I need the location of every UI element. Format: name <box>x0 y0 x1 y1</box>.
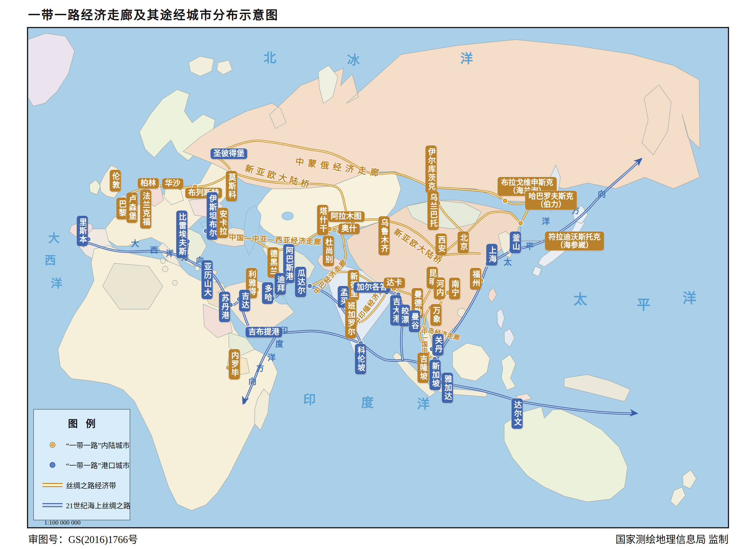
ocean-name-char: 洋 <box>683 287 696 307</box>
ocean-name-char: 冰 <box>347 50 360 68</box>
city-label: 皎漂 <box>399 305 410 326</box>
direction-char: 方 <box>256 362 264 373</box>
city-label: 伊斯坦布尔 <box>206 192 218 240</box>
direction-char: 洋 <box>166 247 174 259</box>
legend: 图例 “一带一路”内陆城市“一带一路”港口城市丝绸之路经济带21世纪海上丝绸之路… <box>33 409 130 520</box>
direction-char: 度 <box>275 338 283 349</box>
ocean-name-char: 度 <box>361 392 374 411</box>
scale-bar: 1:100 000 000 010002000（km） <box>44 519 130 528</box>
ocean-name-char: 西 <box>44 251 56 268</box>
map-frame: 北冰洋大西洋太平洋印度洋 太平洋方向大西洋方向印度洋方向 中蒙俄经济走廊新亚欧大… <box>27 27 729 528</box>
city-label: 法兰克福 <box>140 190 151 229</box>
city-label: 班加罗尔 <box>345 299 356 338</box>
direction-char: 平 <box>526 240 534 252</box>
legend-item: “一带一路”港口城市 <box>41 460 130 470</box>
ocean-name-char: 洋 <box>417 394 430 412</box>
city-label: 吉达 <box>239 290 250 312</box>
port-city-swatch <box>50 462 55 468</box>
city-label: 南宁 <box>449 278 460 299</box>
city-dot <box>518 220 523 226</box>
city-label: 安卡拉 <box>217 208 228 238</box>
city-label: 瓜达尔 <box>295 267 306 297</box>
ocean-name-char: 印 <box>303 390 316 408</box>
map-canvas <box>28 28 728 527</box>
city-label: 阿拉木图 <box>328 211 365 222</box>
city-label: 上海 <box>486 244 497 266</box>
city-label: 伊尔库茨克 <box>425 145 437 193</box>
legend-item: 21世纪海上丝绸之路 <box>41 500 130 510</box>
city-label: 华沙 <box>162 178 183 189</box>
city-label: 新加坡 <box>429 360 441 390</box>
direction-char: 向 <box>598 188 606 199</box>
city-label: 北京 <box>457 231 469 253</box>
city-label: 比雷埃夫斯 <box>176 211 187 258</box>
legend-title: 图例 <box>34 416 130 430</box>
city-label: 苏丹港 <box>219 292 230 322</box>
city-label: 乌兰巴托 <box>427 191 439 230</box>
ocean-name-char: 太 <box>573 288 587 308</box>
city-label: 奥什 <box>338 223 360 234</box>
direction-char: 大 <box>131 237 139 249</box>
ocean-name-char: 平 <box>637 293 650 314</box>
city-label: 吉布提港 <box>245 327 282 337</box>
direction-char: 洋 <box>268 351 276 363</box>
map-title: 一带一路经济走廊及其途经城市分布示意图 <box>28 5 279 23</box>
inland-city-swatch <box>50 442 55 448</box>
direction-char: 洋 <box>542 215 550 227</box>
legend-item-label: 21世纪海上丝绸之路 <box>66 500 130 510</box>
city-label: 万象 <box>430 304 441 326</box>
city-label: 里斯本 <box>77 216 88 246</box>
corridor-label: 中一国中 <box>420 328 428 354</box>
city-label: 哈巴罗夫斯克（伯力） <box>525 191 577 210</box>
city-label: 釜山 <box>510 231 521 253</box>
city-label: 多哈 <box>262 282 273 304</box>
ocean-name-char: 洋 <box>460 48 473 67</box>
city-label: 卢森堡 <box>126 192 137 223</box>
scale-ratio: 1:100 000 000 <box>44 519 130 526</box>
legend-items: “一带一路”内陆城市“一带一路”港口城市丝绸之路经济带21世纪海上丝绸之路 <box>34 440 130 510</box>
direction-char: 太 <box>504 256 512 267</box>
city-label: 关丹 <box>432 334 443 356</box>
city-label: 吉隆坡 <box>417 353 428 383</box>
city-label: 杜尚别 <box>323 236 334 266</box>
legend-item: “一带一路”内陆城市 <box>41 440 130 450</box>
city-label: 塔什干 <box>317 205 328 235</box>
city-label: 亚历山大 <box>201 260 213 299</box>
city-label: 莫斯科 <box>226 171 237 201</box>
city-label: 曼谷 <box>409 310 420 332</box>
city-label: 内罗毕 <box>229 349 240 379</box>
city-label: 西安 <box>435 233 447 255</box>
city-label: 柏林 <box>138 178 159 188</box>
approval-number: 审图号：GS(2016)1766号 <box>28 531 138 546</box>
silk-road-swatch <box>42 483 63 487</box>
city-dot <box>502 198 508 204</box>
legend-item-label: “一带一路”内陆城市 <box>66 440 130 450</box>
city-label: 迪拜 <box>274 273 286 295</box>
legend-item: 丝绸之路经济带 <box>41 480 130 490</box>
ocean-name-char: 北 <box>264 48 276 66</box>
city-label: 雅加达 <box>442 373 453 403</box>
ocean-name-char: 洋 <box>51 274 62 291</box>
city-label: 圣彼得堡 <box>211 148 247 159</box>
city-label: 巴黎 <box>116 198 127 219</box>
city-label: 达卡 <box>384 277 405 288</box>
direction-char: 西 <box>150 244 158 255</box>
legend-item-label: 丝绸之路经济带 <box>66 480 116 490</box>
city-label: 伦敦 <box>110 170 121 192</box>
city-label: 科伦坡 <box>355 344 366 374</box>
city-label: 河内 <box>434 277 445 299</box>
city-label: 符拉迪沃斯托克（海参崴） <box>545 231 604 250</box>
direction-char: 向 <box>248 375 256 387</box>
legend-item-label: “一带一路”港口城市 <box>66 460 130 470</box>
maritime-road-swatch <box>42 503 63 507</box>
city-label: 福州 <box>470 268 481 290</box>
city-label: 乌鲁木齐 <box>378 216 389 255</box>
publisher: 国家测绘地理信息局 监制 <box>615 531 728 546</box>
page: 一带一路经济走廊及其途经城市分布示意图 <box>0 0 756 549</box>
ocean-name-char: 大 <box>48 229 60 246</box>
city-label: 达尔文 <box>511 398 523 429</box>
